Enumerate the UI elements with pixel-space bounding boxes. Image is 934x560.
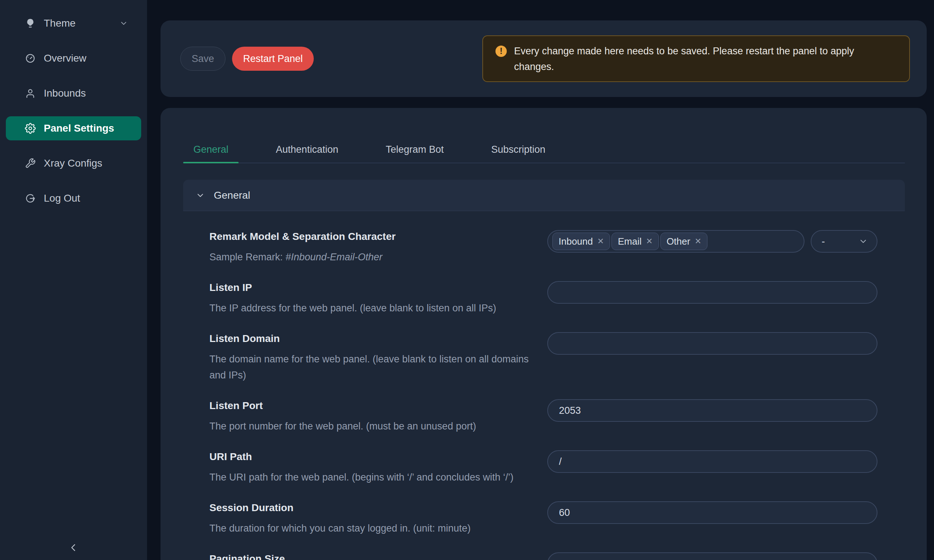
row-remark-model: Remark Model & Separation Character Samp… bbox=[183, 230, 905, 265]
sidebar-item-label: Overview bbox=[44, 52, 86, 64]
settings-card: GeneralAuthenticationTelegram BotSubscri… bbox=[160, 108, 927, 560]
tab-subscription[interactable]: Subscription bbox=[481, 136, 556, 163]
row-listen-domain: Listen Domain The domain name for the we… bbox=[183, 332, 905, 383]
tag-chip-email: Email✕ bbox=[612, 232, 658, 250]
sidebar-item-label: Log Out bbox=[44, 192, 80, 204]
restart-warning-alert: ! Every change made here needs to be sav… bbox=[482, 35, 910, 82]
logout-icon bbox=[25, 193, 36, 204]
tab-telegram-bot[interactable]: Telegram Bot bbox=[375, 136, 454, 163]
chevron-down-icon bbox=[196, 191, 205, 200]
field-label: Listen Domain bbox=[210, 332, 543, 345]
field-description: The URI path for the web panel. (begins … bbox=[210, 469, 543, 485]
listen-ip-input[interactable] bbox=[547, 281, 877, 304]
sidebar-item-theme[interactable]: Theme bbox=[6, 11, 141, 35]
field-label: Remark Model & Separation Character bbox=[210, 230, 543, 243]
general-section: General Remark Model & Separation Charac… bbox=[183, 180, 905, 560]
field-label: URI Path bbox=[210, 450, 543, 463]
row-session-duration: Session Duration The duration for which … bbox=[183, 501, 905, 536]
sidebar-item-label: Theme bbox=[44, 17, 76, 29]
field-label: Pagination Size bbox=[210, 552, 543, 560]
tag-chip-other: Other✕ bbox=[660, 232, 707, 250]
sidebar-item-overview[interactable]: Overview bbox=[6, 46, 141, 70]
sidebar-item-log-out[interactable]: Log Out bbox=[6, 186, 141, 210]
gauge-icon bbox=[25, 53, 36, 64]
wrench-icon bbox=[25, 158, 36, 169]
chevron-down-icon bbox=[119, 19, 128, 28]
listen-domain-input[interactable] bbox=[547, 332, 877, 355]
row-listen-ip: Listen IP The IP address for the web pan… bbox=[183, 281, 905, 316]
general-section-header[interactable]: General bbox=[183, 180, 905, 211]
field-description: Sample Remark: #Inbound-Email-Other bbox=[210, 249, 543, 265]
listen-port-input[interactable] bbox=[547, 399, 877, 422]
settings-tabs: GeneralAuthenticationTelegram BotSubscri… bbox=[183, 136, 905, 163]
separator-select[interactable]: - bbox=[811, 230, 877, 253]
session-duration-input[interactable] bbox=[547, 501, 877, 524]
user-icon bbox=[25, 88, 36, 99]
sidebar-nav: Theme Overview Inbounds Panel Settings X… bbox=[0, 0, 147, 210]
sidebar-item-label: Panel Settings bbox=[44, 123, 114, 134]
tag-chip-label: Email bbox=[618, 236, 641, 247]
sidebar-collapse-button[interactable] bbox=[67, 541, 80, 554]
save-button[interactable]: Save bbox=[180, 47, 225, 71]
field-label: Listen IP bbox=[210, 281, 543, 294]
warning-icon: ! bbox=[495, 46, 507, 57]
separator-select-value: - bbox=[821, 236, 825, 247]
field-description: The port number for the web panel. (must… bbox=[210, 418, 543, 434]
toolbar-card: Save Restart Panel ! Every change made h… bbox=[160, 20, 927, 97]
field-label: Listen Port bbox=[210, 399, 543, 412]
gear-icon bbox=[25, 123, 36, 134]
tab-authentication[interactable]: Authentication bbox=[266, 136, 348, 163]
sidebar-item-xray-configs[interactable]: Xray Configs bbox=[6, 151, 141, 175]
row-listen-port: Listen Port The port number for the web … bbox=[183, 399, 905, 434]
field-description: The IP address for the web panel. (leave… bbox=[210, 300, 543, 316]
remove-tag-icon[interactable]: ✕ bbox=[695, 237, 701, 246]
sample-remark-value: #Inbound-Email-Other bbox=[286, 252, 383, 263]
chevron-down-icon bbox=[858, 237, 868, 246]
sidebar-item-label: Inbounds bbox=[44, 88, 86, 99]
restart-panel-button[interactable]: Restart Panel bbox=[232, 47, 314, 71]
field-label: Session Duration bbox=[210, 501, 543, 514]
lightbulb-icon bbox=[25, 18, 36, 29]
sidebar-item-panel-settings[interactable]: Panel Settings bbox=[6, 116, 141, 140]
pagination-size-input[interactable] bbox=[547, 552, 877, 560]
field-description: The domain name for the web panel. (leav… bbox=[210, 351, 543, 383]
remove-tag-icon[interactable]: ✕ bbox=[646, 237, 652, 246]
tag-chip-label: Other bbox=[667, 236, 690, 247]
section-title: General bbox=[214, 189, 250, 201]
row-uri-path: URI Path The URI path for the web panel.… bbox=[183, 450, 905, 485]
row-pagination-size: Pagination Size bbox=[183, 552, 905, 560]
sidebar: Theme Overview Inbounds Panel Settings X… bbox=[0, 0, 147, 560]
sidebar-item-label: Xray Configs bbox=[44, 157, 102, 169]
general-section-body: Remark Model & Separation Character Samp… bbox=[183, 211, 905, 560]
tab-general[interactable]: General bbox=[183, 136, 239, 163]
field-description: The duration for which you can stay logg… bbox=[210, 520, 543, 536]
tag-chip-inbound: Inbound✕ bbox=[552, 232, 610, 250]
sidebar-item-inbounds[interactable]: Inbounds bbox=[6, 81, 141, 105]
remove-tag-icon[interactable]: ✕ bbox=[597, 237, 604, 246]
tag-chip-label: Inbound bbox=[559, 236, 593, 247]
warning-text: Every change made here needs to be saved… bbox=[514, 43, 886, 75]
uri-path-input[interactable] bbox=[547, 450, 877, 473]
remark-model-tags-input[interactable]: Inbound✕Email✕Other✕ bbox=[547, 230, 805, 253]
